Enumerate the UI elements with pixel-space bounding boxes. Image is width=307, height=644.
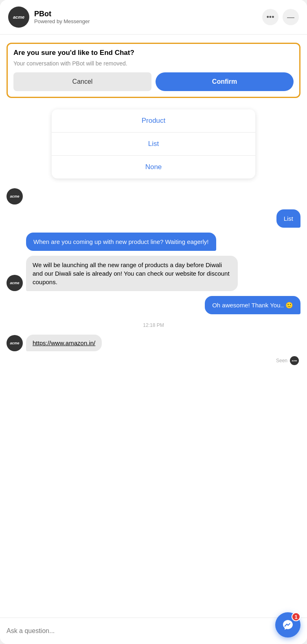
option-list[interactable]: List	[52, 133, 255, 156]
fab-badge: 1	[292, 612, 300, 621]
seen-row: Seen acme	[7, 356, 300, 365]
bot-subtitle: Powered by Messenger	[34, 18, 262, 24]
acme-logo-header: acme	[13, 15, 24, 20]
bot-avatar-header: acme	[8, 7, 29, 28]
messenger-icon	[281, 618, 294, 631]
message-bubble-reply: We will be launching all the new range o…	[26, 256, 238, 291]
option-none[interactable]: None	[52, 156, 255, 178]
option-product[interactable]: Product	[52, 109, 255, 133]
seen-label: Seen	[276, 358, 287, 363]
options-menu: Product List None	[52, 109, 255, 178]
confirm-button[interactable]: Confirm	[156, 72, 294, 91]
message-bubble-list: List	[276, 209, 300, 228]
close-button[interactable]: —	[283, 9, 299, 25]
chat-header: acme PBot Powered by Messenger ••• —	[0, 0, 307, 35]
bot-avatar-2: acme	[7, 275, 23, 291]
message-bubble-question: When are you coming up with new product …	[26, 233, 216, 251]
user-message-list: List	[7, 209, 300, 228]
timestamp: 12:18 PM	[7, 322, 300, 328]
messenger-fab[interactable]: 1	[275, 612, 300, 637]
chat-container: acme PBot Powered by Messenger ••• — Are…	[0, 0, 307, 644]
bot-message-row-1: When are you coming up with new product …	[7, 233, 300, 251]
user-message-awesome: Oh awesome! Thank You.. 🙂	[7, 296, 300, 314]
cancel-button[interactable]: Cancel	[13, 72, 151, 91]
bot-options-row: acme	[7, 188, 300, 205]
confirm-description: Your conversation with PBot will be remo…	[13, 60, 294, 67]
bot-avatar-link: acme	[7, 335, 23, 351]
header-info: PBot Powered by Messenger	[34, 10, 262, 24]
message-bubble-awesome: Oh awesome! Thank You.. 🙂	[205, 296, 300, 314]
header-actions: ••• —	[262, 9, 299, 25]
more-options-button[interactable]: •••	[262, 9, 278, 25]
confirm-buttons: Cancel Confirm	[13, 72, 294, 91]
bot-name: PBot	[34, 10, 262, 18]
bot-message-row-2: acme We will be launching all the new ra…	[7, 256, 300, 291]
input-area	[0, 618, 307, 644]
seen-avatar: acme	[290, 356, 299, 365]
message-input[interactable]	[7, 627, 286, 635]
bot-avatar-options: acme	[7, 188, 23, 205]
confirm-question: Are you sure you'd like to End Chat?	[13, 49, 294, 57]
messages-area: Product List None acme List When are you…	[0, 102, 307, 618]
link-message[interactable]: https://www.amazon.in/	[26, 335, 102, 351]
bot-link-row: acme https://www.amazon.in/	[7, 335, 300, 351]
confirm-dialog: Are you sure you'd like to End Chat? You…	[7, 43, 300, 98]
